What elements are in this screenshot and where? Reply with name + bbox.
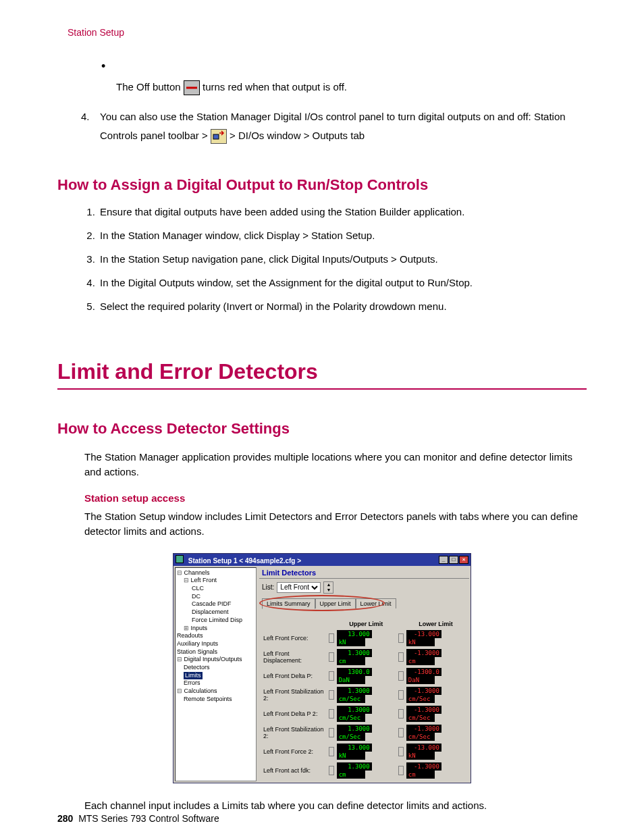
upper-value[interactable]: 1.3000 (337, 706, 372, 714)
upper-slider[interactable] (329, 728, 334, 737)
lower-value[interactable]: -1.3000 (406, 649, 441, 657)
upper-slider[interactable] (329, 690, 334, 700)
tree-item[interactable]: Cascade PIDF (177, 600, 254, 608)
page-footer: 280 MTS Series 793 Control Software (57, 813, 219, 824)
tree-item[interactable]: ⊞ Inputs (177, 625, 254, 633)
tree-item[interactable]: Detectors (177, 664, 254, 672)
lower-unit: cm/Sec (406, 733, 435, 741)
station-setup-screenshot: Station Setup 1 < 494sample2.cfg > _□× ⊟… (173, 553, 471, 783)
tree-item[interactable]: CLC (177, 585, 254, 593)
lower-slider[interactable] (398, 690, 404, 700)
upper-slider[interactable] (329, 633, 334, 643)
list-dropdown[interactable]: Left Front (277, 582, 321, 593)
tab-upper-limit[interactable]: Upper Limit (315, 598, 356, 608)
upper-slider[interactable] (329, 747, 334, 756)
upper-value[interactable]: 13.000 (337, 744, 372, 752)
upper-unit: cm/Sec (337, 733, 365, 741)
upper-value[interactable]: 1.3000 (337, 762, 372, 771)
lower-slider[interactable] (398, 747, 404, 756)
tree-item[interactable]: Readouts (177, 632, 254, 640)
lower-value[interactable]: -1.3000 (406, 762, 441, 771)
tree-item[interactable]: ⊟ Calculations (177, 687, 254, 696)
upper-value[interactable]: 1.3000 (337, 687, 372, 695)
lower-unit: cm (406, 657, 435, 665)
heading-access-detector: How to Access Detector Settings (57, 420, 587, 438)
tree-item[interactable]: ⊟ Channels (177, 569, 254, 577)
upper-slider[interactable] (329, 671, 334, 681)
upper-unit: kN (337, 752, 365, 760)
limit-row: Left Front Displacement:1.3000cm-1.3000c… (262, 648, 466, 667)
limit-row: Left Front Stabilization 2:1.3000cm/Sec-… (262, 685, 466, 704)
upper-slider[interactable] (329, 709, 334, 719)
para-channel-input: Each channel input includes a Limits tab… (84, 798, 587, 814)
lower-unit: cm/Sec (406, 695, 435, 703)
close-icon[interactable]: × (459, 556, 468, 564)
tree-item[interactable]: DC (177, 593, 254, 601)
page-number: 280 (57, 813, 73, 824)
lower-slider[interactable] (398, 766, 404, 775)
row-label: Left Front Displacement: (262, 648, 327, 667)
lower-unit: cm/Sec (406, 714, 435, 722)
upper-unit: cm/Sec (337, 695, 365, 703)
tree-item[interactable]: Station Signals (177, 648, 254, 656)
upper-unit: cm/Sec (337, 714, 365, 722)
limit-row: Left Front Stabilization 2:1.3000cm/Sec-… (262, 723, 466, 742)
limit-row: Left Front Force:13.000kN-13.000kN (262, 629, 466, 648)
col-upper-limit: Upper Limit (336, 619, 397, 629)
para-station-setup-access: The Station Setup window includes Limit … (84, 509, 587, 540)
limit-row: Left Front Delta P 2:1.3000cm/Sec-1.3000… (262, 704, 466, 723)
lower-value[interactable]: -13.000 (406, 744, 441, 752)
upper-value[interactable]: 1300.0 (337, 668, 372, 676)
lower-slider[interactable] (398, 671, 404, 681)
upper-value[interactable]: 13.000 (337, 630, 372, 638)
lower-value[interactable]: -13.000 (406, 630, 441, 638)
upper-unit: DaN (337, 676, 365, 684)
tree-item[interactable]: Displacement (177, 608, 254, 617)
maximize-icon[interactable]: □ (449, 556, 458, 564)
row-label: Left Front Stabilization 2: (262, 685, 327, 704)
lower-value[interactable]: -1300.0 (406, 668, 441, 676)
assign-step-4: In the Digital Outputs window, set the A… (98, 277, 587, 288)
upper-slider[interactable] (329, 766, 334, 775)
lower-slider[interactable] (398, 728, 404, 737)
tree-item[interactable]: Errors (177, 679, 254, 687)
upper-unit: cm (337, 657, 365, 665)
bullet-text-a: The Off button (116, 81, 184, 93)
assign-steps-list: Ensure that digital outputs have been ad… (81, 206, 587, 312)
lower-slider[interactable] (398, 709, 404, 719)
step-4: You can also use the Station Manager Dig… (81, 107, 587, 146)
tab-lower-limit[interactable]: Lower Limit (356, 598, 396, 608)
list-stepper[interactable]: ▲▼ (323, 581, 333, 594)
lower-slider[interactable] (398, 633, 404, 643)
tab-limits-summary[interactable]: Limits Summary (262, 598, 315, 609)
tree-item[interactable]: Remote Setpoints (177, 696, 254, 704)
tree-item[interactable]: Auxiliary Inputs (177, 640, 254, 648)
lower-value[interactable]: -1.3000 (406, 725, 441, 733)
subhead-station-setup-access: Station setup access (84, 492, 587, 504)
tree-item[interactable]: ⊟ Left Front (177, 577, 254, 585)
assign-step-1: Ensure that digital outputs have been ad… (98, 206, 587, 217)
assign-step-5: Select the required polarity (Invert or … (98, 301, 587, 312)
upper-slider[interactable] (329, 652, 334, 662)
minimize-icon[interactable]: _ (439, 556, 448, 564)
upper-value[interactable]: 1.3000 (337, 725, 372, 733)
para-detector-intro: The Station Manager application provides… (84, 450, 587, 480)
lower-value[interactable]: -1.3000 (406, 687, 441, 695)
upper-value[interactable]: 1.3000 (337, 649, 372, 657)
row-label: Left Front Delta P: (262, 667, 327, 685)
lower-unit: cm (406, 771, 435, 779)
running-header: Station Setup (68, 27, 587, 38)
limit-row: Left Front Delta P:1300.0DaN-1300.0DaN (262, 667, 466, 685)
list-label: List: (262, 583, 274, 591)
lower-value[interactable]: -1.3000 (406, 706, 441, 714)
tree-item[interactable]: Limits (177, 672, 254, 680)
nav-tree[interactable]: ⊟ Channels⊟ Left FrontCLCDCCascade PIDFD… (175, 567, 257, 781)
lower-slider[interactable] (398, 652, 404, 662)
tree-item[interactable]: ⊟ Digital Inputs/Outputs (177, 656, 254, 664)
assign-step-2: In the Station Manager window, click Dis… (98, 230, 587, 241)
lower-unit: kN (406, 638, 435, 646)
tree-item[interactable]: Force Limited Disp (177, 617, 254, 625)
limit-row: Left Front act fdk:1.3000cm-1.3000cm (262, 761, 466, 780)
footer-title: MTS Series 793 Control Software (78, 813, 219, 824)
window-controls[interactable]: _□× (438, 555, 468, 564)
